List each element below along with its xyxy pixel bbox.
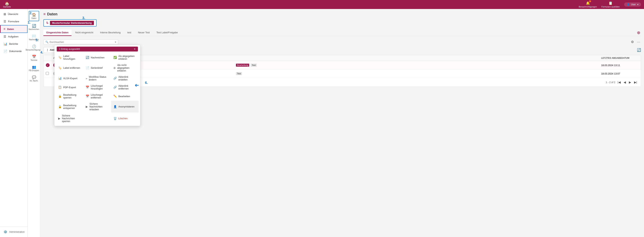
actions-menu-icon: ⋮ [46,49,49,51]
qs-item-nachrichten[interactable]: ✉️ Nachrichten [28,33,40,42]
tab-interne-beurteilung[interactable]: Interne Beurteilung [97,30,124,36]
brand-home[interactable]: 🏠 Startseite [3,1,11,8]
user-icon: 👤 [627,3,630,6]
menu-item-sichere-erlauben[interactable]: ▶ Sichere Nachrichten erlauben [84,101,111,113]
refresh-button[interactable]: 🔄 [637,48,641,52]
sidebar-item-daten[interactable]: ≡ Daten [0,25,28,33]
prev-page-btn[interactable]: ◀ [623,80,626,84]
pagination-text: 1 - 2 of 2 [606,81,615,84]
search-input[interactable] [50,41,114,44]
bell-icon: 🔔 [586,1,590,5]
more-options-icon[interactable]: ⋯ [636,39,641,45]
qs-refresh-icon: 🔄 [32,24,36,28]
menu-item-xlsx[interactable]: 📊 XLSX-Export [56,74,84,83]
notifications-btn[interactable]: 🔔 Benachrichtigungen [579,1,597,8]
tab-test[interactable]: test [124,30,134,36]
als-abgegeben-icon: ✅ [114,56,117,59]
menu-item-aktenlink-remove[interactable]: 🔗 Aktenlink entfernen [111,83,139,92]
admin-icon: ⚙️ [4,230,7,234]
qs-item-fb-gruppen[interactable]: 👥 FB-Gruppen [28,64,40,73]
sichere-erlauben-icon: ▶ [86,105,88,108]
row1-date: 18.03.2024 13:11 [601,64,638,67]
sidebar-label-dokumente: Dokumente [9,50,22,53]
tab-eingereicht[interactable]: Eingereichte Daten [44,30,72,36]
sidebar-item-uebersicht[interactable]: ⊞ Übersicht [0,11,28,18]
menu-item-nicht-abgegeben[interactable]: ⊗ Als nicht abgegeben erklären [111,62,139,74]
menu-item-label-add[interactable]: 🏷️ Label hinzufügen [56,53,84,62]
menu-item-entsperren[interactable]: 🔓 Bearbeitung entsperren [56,101,84,113]
menu-label-add-text: Label hinzufügen [63,55,81,60]
qs-calendar-icon: 📅 [32,55,36,59]
qs-item-int-nachr[interactable]: 💬 Int. Nachr. [28,74,40,83]
forms-fill-btn[interactable]: 📋 Formulare ausfüllen [601,1,620,8]
sidebar-item-dokumente[interactable]: 📄 Dokumente [0,48,28,55]
page-header: ≡ Daten [44,12,641,16]
menu-item-loschregel-add[interactable]: 📅 Löschregel hinzufügen [84,83,111,92]
menu-item-nachreichen[interactable]: 🔄 Nachreichen [84,53,111,62]
form-name-label: Musterformular Stellenbewerbung [50,21,94,25]
next-page-btn[interactable]: ▶ [628,80,632,84]
menu-item-als-abgegeben[interactable]: ✅ Als abgegeben erklären [111,53,139,62]
form-selector[interactable]: ⇅ Musterformular Stellenbewerbung [44,19,96,27]
anonymisieren-icon: 👤 [114,105,117,108]
search-dropdown-icon[interactable]: ▾ [115,41,116,44]
sichere-sperren-icon: ▶ [58,117,60,120]
toolbar-right: ⚙ ⋯ [630,39,641,45]
search-toolbar: 🔍 ▾ ⚙ ⋯ [44,39,641,45]
settings-icon[interactable]: ⚙ [630,39,635,45]
user-label: User [631,3,636,6]
menu-aktenlink-create-text: Aktenlink erstellen [118,75,136,81]
tab-test-label[interactable]: Test Label/Freigabe [154,30,181,36]
qs-item-daten[interactable]: 🏠 Daten [29,11,39,21]
menu-item-pdf[interactable]: 📋 PDF-Export [56,83,84,92]
header-checkbox [46,57,53,59]
tab-neuer-test[interactable]: Neuer Test [135,30,153,36]
qs-item-benachrichtigungen[interactable]: 🕐 Benachrichtigungen [28,43,40,52]
user-menu[interactable]: 👤 User ▾ [624,3,641,7]
first-page-btn[interactable]: |◀ [617,80,621,84]
notification-badge [589,0,591,2]
menu-item-sichere-sperren[interactable]: ▶ Sichere Nachrichten sperren [56,113,84,124]
menu-aktenlink-remove-text: Aktenlink entfernen [118,84,136,90]
loschregel-remove-icon: 📅 [86,95,89,98]
menu-item-loschen[interactable]: 🗑️ Löschen [111,113,139,124]
menu-serienbrief-text: Serienbrief [91,67,102,69]
sidebar-item-formulare[interactable]: ☰ Formulare [0,18,28,25]
menu-loschregel-add-text: Löschregel hinzufügen [91,84,109,90]
menu-item-aktenlink-create[interactable]: 🔗 Aktenlink erstellen [111,74,139,83]
sidebar-item-berichte[interactable]: 📊 Berichte [0,40,28,48]
menu-item-bearbeiten[interactable]: ✏️ Bearbeiten [111,92,139,101]
row2-checkbox[interactable] [46,72,49,75]
menu-close-icon[interactable]: ✕ [134,48,136,50]
menu-item-label-remove[interactable]: 🏷️ Label entfernen [56,62,84,74]
loschregel-add-icon: 📅 [86,86,89,89]
home-icon: 🏠 [5,1,9,6]
tag-test: Test [251,64,257,67]
sperren-icon: 🔒 [58,95,62,98]
berichte-icon: 📊 [4,42,7,46]
row2-date: 18.03.2024 13:07 [601,72,638,75]
menu-item-loschregel-remove[interactable]: 📅 Löschregel entfernen [84,92,111,101]
menu-anonymisieren-text: Anonymisieren [118,105,134,108]
qs-item-nachreichen[interactable]: 🔄 Nachreichen [28,22,40,32]
menu-nicht-abgegeben-text: Als nicht abgegeben erklären [117,64,136,72]
qs-label-nachreichen: Nachreichen [29,28,39,30]
menu-grid: 🏷️ Label hinzufügen 🔄 Nachreichen ✅ Als … [54,53,140,124]
menu-item-anonymisieren[interactable]: 👤 Anonymisieren [111,101,139,113]
tab-nicht-eingereicht[interactable]: Nicht eingereicht [72,30,96,36]
header-empty2 [418,57,601,59]
nicht-abgegeben-icon: ⊗ [114,66,116,70]
menu-item-sperren[interactable]: 🔒 Bearbeitung sperren [56,92,84,101]
tag-test2: Test [236,72,242,75]
menu-item-serienbrief[interactable]: 📄 Serienbrief [84,62,111,74]
sidebar-item-administration[interactable]: ⚙️ Administration [0,228,28,235]
qs-label-daten: Daten [32,17,36,19]
sidebar-item-aufgaben[interactable]: ☰ Aufgaben [0,33,28,40]
sidebar-label-daten: Daten [7,28,14,31]
qs-item-termine[interactable]: 📅 Termine [28,53,40,63]
qs-label-int-nachr: Int. Nachr. [30,80,38,82]
add-tab-btn[interactable]: ⊕ [636,30,641,36]
brand-label: Startseite [3,6,11,8]
menu-item-workflow[interactable]: » Workflow Status ändern [84,74,111,83]
last-page-btn[interactable]: ▶| [633,80,638,84]
